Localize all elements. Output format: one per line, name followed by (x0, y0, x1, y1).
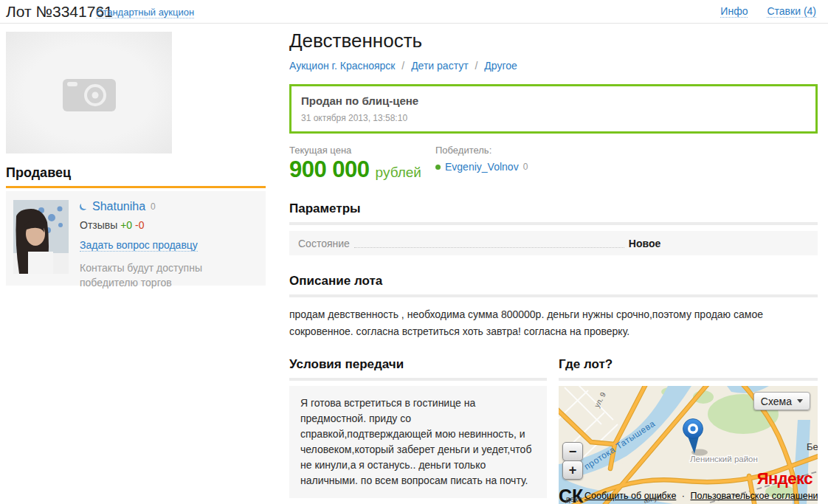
location-section: Где лот? (559, 357, 818, 504)
yandex-map[interactable]: протока Татышева ул. 9 ая ул. Ленинский … (559, 386, 818, 504)
seller-accent-bar (6, 186, 266, 188)
section-divider (289, 378, 547, 381)
transfer-section: Условия передачи Я готова встретиться в … (289, 357, 547, 504)
parameter-value: Новое (629, 238, 660, 249)
parameters-section: Параметры Состояние Новое (289, 201, 818, 255)
contacts-note: Контакты будут доступны победителю торго… (80, 260, 263, 291)
breadcrumb-separator: / (401, 60, 404, 72)
map-layer-button-label: Схема (761, 396, 792, 407)
transfer-title: Условия передачи (289, 357, 547, 372)
terms-link[interactable]: Пользовательское соглашение (690, 491, 818, 501)
dotted-leader (354, 238, 624, 248)
price-currency: рублей (376, 165, 421, 181)
seller-name-link[interactable]: Shatuniha (92, 200, 145, 213)
zoom-in-button[interactable]: + (562, 460, 583, 480)
sold-status-date: 31 октября 2013, 13:58:10 (301, 113, 806, 123)
yandex-logo: Яндекс (757, 469, 813, 489)
map-layer-button[interactable]: Схема (753, 392, 810, 410)
section-divider (289, 222, 818, 225)
lot-photo-placeholder (6, 32, 172, 153)
seller-rating: 0 (151, 201, 156, 212)
report-error-link[interactable]: Сообщить об ошибке (584, 491, 676, 501)
seller-section-title: Продавец (6, 165, 71, 181)
parameters-title: Параметры (289, 201, 818, 216)
description-section: Описание лота продам девственность , нео… (289, 274, 818, 340)
map-footer-links: Сообщить об ошибке · Пользовательское со… (584, 491, 818, 501)
winner-status-icon (435, 165, 441, 170)
winner-label: Победитель: (435, 145, 528, 156)
seller-avatar (13, 200, 69, 274)
price-amount: 900 000 (289, 156, 370, 183)
breadcrumb-city[interactable]: Аукцион г. Красноярск (289, 60, 395, 72)
feedback-negative: -0 (135, 219, 144, 231)
sold-status-title: Продан по блиц-цене (301, 94, 806, 107)
section-divider (289, 294, 818, 297)
description-title: Описание лота (289, 274, 818, 289)
zoom-out-button[interactable]: − (562, 442, 583, 461)
section-divider (559, 378, 818, 381)
parameter-name: Состояние (298, 238, 350, 249)
caret-down-icon (797, 399, 803, 403)
auction-type-link[interactable]: Стандартный аукцион (96, 7, 194, 18)
page-header: Лот №3341761 Стандартный аукцион Инфо Ст… (0, 0, 828, 24)
transfer-text: Я готова встретиться в гостинице на пред… (289, 386, 547, 498)
breadcrumb-subcategory[interactable]: Другое (484, 60, 517, 72)
breadcrumb-category[interactable]: Дети растут (411, 60, 468, 72)
map-district-label: Ленинский район (690, 455, 758, 463)
map-zoom-controls: − + (562, 442, 583, 480)
breadcrumb-separator: / (475, 60, 478, 72)
seller-card: Shatuniha 0 Отзывы +0 -0 Задать вопрос п… (6, 191, 266, 286)
feedback-positive: +0 (120, 219, 132, 231)
sold-status-box: Продан по блиц-цене 31 октября 2013, 13:… (289, 84, 818, 134)
current-price-label: Текущая цена (289, 145, 435, 156)
camera-icon (61, 73, 117, 113)
description-text: продам девственность , необходима сумма … (289, 306, 818, 340)
info-link[interactable]: Инфо (720, 5, 748, 18)
location-title: Где лот? (559, 357, 818, 372)
parameter-row: Состояние Новое (289, 231, 818, 255)
lot-title: Девственность (289, 30, 818, 52)
map-right-partial-label: Бе (807, 441, 818, 452)
ask-seller-link[interactable]: Задать вопрос продавцу (80, 239, 198, 252)
winner-rating: 0 (523, 162, 528, 172)
map-links-separator: · (682, 491, 685, 501)
winner-name-link[interactable]: Evgeniy_Volnov (445, 161, 519, 173)
seller-status-icon (80, 203, 87, 210)
breadcrumb: Аукцион г. Красноярск / Дети растут / Др… (289, 60, 818, 72)
map-attribution-partial: декс (565, 494, 582, 503)
feedback-label: Отзывы (80, 219, 117, 231)
bids-link[interactable]: Ставки (4) (767, 5, 816, 18)
